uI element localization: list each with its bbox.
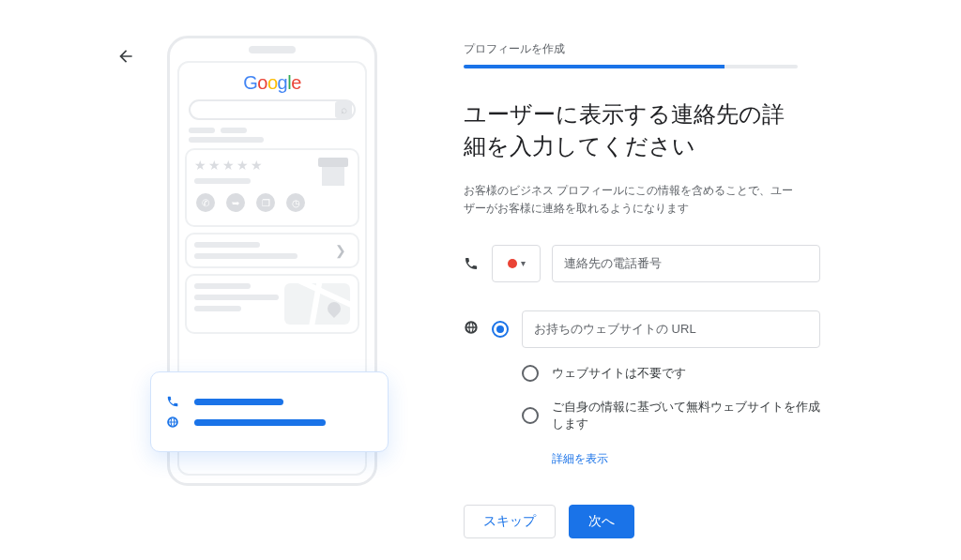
search-icon: ⌕ (335, 101, 352, 118)
radio-website-free-label: ご自身の情報に基づいて無料ウェブサイトを作成します (552, 399, 820, 432)
contact-preview-card (150, 371, 389, 452)
website-icon: ◷ (286, 193, 305, 212)
mock-search-bar: ⌕ (189, 99, 356, 120)
phone-icon (166, 395, 181, 408)
skip-button[interactable]: スキップ (464, 505, 556, 538)
google-logo: Google (185, 72, 359, 94)
website-url-input[interactable] (522, 310, 820, 348)
chevron-right-icon: ❯ (335, 243, 346, 258)
radio-website-url[interactable] (492, 321, 509, 338)
globe-icon (464, 310, 480, 335)
flag-jp-icon (508, 259, 517, 268)
progress-bar (464, 65, 798, 68)
details-link[interactable]: 詳細を表示 (552, 451, 608, 467)
page-subtext: お客様のビジネス プロフィールにこの情報を含めることで、ユーザーがお客様に連絡を… (464, 182, 798, 218)
chevron-down-icon: ▾ (521, 258, 526, 268)
phone-icon (464, 256, 480, 271)
page-title: ユーザーに表示する連絡先の詳細を入力してください (464, 98, 798, 161)
mock-map-card (185, 274, 359, 334)
pin-icon (325, 299, 343, 318)
map-thumbnail (284, 283, 350, 325)
call-icon: ✆ (196, 193, 215, 212)
globe-icon (166, 416, 181, 429)
directions-icon: ➥ (226, 193, 245, 212)
mock-business-card: ★★★★★ ✆ ➥ ❐ ◷ (185, 148, 359, 227)
next-button[interactable]: 次へ (569, 505, 634, 538)
country-code-select[interactable]: ▾ (492, 245, 541, 282)
back-button[interactable] (116, 47, 135, 66)
bookmark-icon: ❐ (256, 193, 275, 212)
mock-list-card: ❯ (185, 233, 359, 268)
radio-website-none[interactable] (522, 365, 539, 382)
step-label: プロフィールを作成 (464, 41, 798, 57)
storefront-icon (316, 154, 350, 188)
radio-website-free[interactable] (522, 407, 539, 424)
phone-input[interactable] (552, 245, 820, 282)
radio-website-none-label: ウェブサイトは不要です (552, 365, 686, 382)
